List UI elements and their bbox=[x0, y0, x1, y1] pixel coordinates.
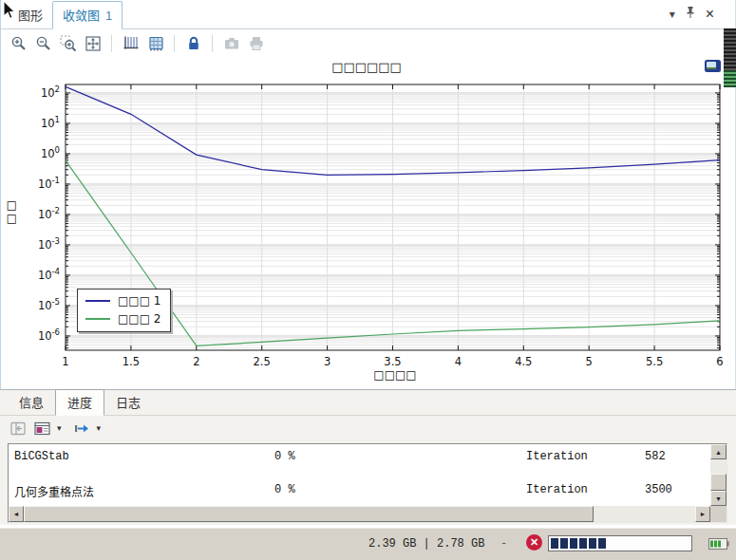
svg-text:102: 102 bbox=[41, 84, 60, 100]
plot-toolbar bbox=[1, 29, 735, 58]
tab-graphics-label: 图形 bbox=[18, 9, 43, 23]
panel-controls: ▾ × bbox=[670, 6, 714, 22]
lock-icon[interactable] bbox=[184, 35, 202, 53]
tab-progress[interactable]: 进度 bbox=[55, 389, 104, 416]
chevron-down-icon[interactable]: ▾ bbox=[57, 423, 62, 433]
legend-line-sample-1 bbox=[85, 300, 110, 302]
scroll-down-button[interactable]: ▼ bbox=[710, 491, 727, 506]
svg-text:10-5: 10-5 bbox=[38, 297, 60, 312]
cancel-icon[interactable]: ✕ bbox=[526, 534, 542, 551]
scroll-up-button[interactable]: ▲ bbox=[710, 444, 727, 459]
memory-gauge-icon bbox=[708, 538, 729, 553]
snapshot-icon[interactable] bbox=[222, 35, 240, 53]
progress-table: BiCGStab 0 % Iteration 582 几何多重格点法 0 % I… bbox=[8, 443, 727, 523]
progress-panel: 信息 进度 日志 ▾ ▾ BiCGStab 0 % Iteration bbox=[0, 389, 736, 525]
legend-label-2: □□□ 2 bbox=[118, 312, 160, 326]
progress-rows: BiCGStab 0 % Iteration 582 几何多重格点法 0 % I… bbox=[9, 444, 710, 506]
plot-region: □□□□□□ 11.522.533.544.555.5610210110010-… bbox=[1, 58, 736, 390]
app-window: 图形 收敛图1 ▾ × bbox=[0, 0, 736, 560]
y-axis-label: □□ bbox=[5, 200, 18, 227]
svg-text:2: 2 bbox=[193, 355, 199, 368]
scrollbar-corner bbox=[710, 506, 727, 522]
svg-text:5: 5 bbox=[586, 355, 593, 368]
tab-log[interactable]: 日志 bbox=[104, 390, 152, 415]
mouse-cursor bbox=[2, 0, 17, 21]
svg-text:4.5: 4.5 bbox=[515, 355, 532, 368]
table-row[interactable]: 几何多重格点法 0 % Iteration 3500 bbox=[9, 477, 710, 506]
tab-convergence-plot[interactable]: 收敛图1 bbox=[52, 1, 123, 29]
graphics-panel: 图形 收敛图1 ▾ × bbox=[0, 0, 736, 389]
svg-text:100: 100 bbox=[41, 145, 60, 160]
svg-text:10-1: 10-1 bbox=[38, 176, 60, 191]
grid-icon[interactable] bbox=[146, 35, 164, 53]
legend-label-1: □□□ 1 bbox=[118, 294, 160, 308]
tab-convergence-label: 收敛图 bbox=[63, 9, 100, 23]
legend-item-2: □□□ 2 bbox=[85, 312, 160, 326]
graphics-tabbar: 图形 收敛图1 ▾ × bbox=[1, 0, 735, 29]
solver-name: 几何多重格点法 bbox=[9, 483, 274, 500]
vertical-scrollbar[interactable]: ▲ ▼ bbox=[710, 444, 727, 506]
zoom-out-icon[interactable] bbox=[34, 35, 52, 53]
tab-information[interactable]: 信息 bbox=[8, 390, 55, 415]
solver-percent: 0 % bbox=[274, 483, 526, 496]
progress-window-icon[interactable] bbox=[33, 420, 51, 438]
zoom-in-icon[interactable] bbox=[9, 35, 28, 53]
table-row[interactable]: BiCGStab 0 % Iteration 582 bbox=[9, 444, 710, 477]
progress-toolbar: ▾ ▾ bbox=[0, 416, 736, 440]
chevron-down-icon[interactable]: ▾ bbox=[97, 423, 102, 433]
chart-legend[interactable]: □□□ 1 □□□ 2 bbox=[77, 289, 171, 332]
solver-counter-value: 582 bbox=[645, 450, 710, 463]
scrollbar-thumb[interactable] bbox=[24, 506, 594, 522]
toolbar-separator bbox=[174, 35, 175, 52]
scroll-right-button[interactable]: ► bbox=[695, 506, 710, 522]
status-bar: 2.39 GB | 2.78 GB - ✕ bbox=[0, 528, 736, 560]
solver-counter-label: Iteration bbox=[526, 450, 645, 463]
x-axis-label: □□□□ bbox=[34, 368, 736, 382]
svg-text:4: 4 bbox=[455, 355, 462, 368]
pin-icon[interactable] bbox=[685, 6, 696, 22]
solver-name: BiCGStab bbox=[9, 450, 274, 463]
scrollbar-thumb[interactable] bbox=[710, 474, 727, 491]
svg-text:6: 6 bbox=[716, 355, 723, 368]
memory-usage: 2.39 GB | 2.78 GB bbox=[368, 537, 484, 551]
dock-panel-icon[interactable] bbox=[9, 420, 28, 438]
solver-percent: 0 % bbox=[274, 450, 526, 463]
close-icon[interactable]: × bbox=[706, 8, 714, 21]
zoom-extents-icon[interactable] bbox=[84, 35, 102, 53]
svg-text:101: 101 bbox=[41, 115, 60, 130]
svg-text:1: 1 bbox=[62, 355, 68, 368]
svg-text:1.5: 1.5 bbox=[123, 355, 140, 368]
solver-counter-value: 3500 bbox=[645, 483, 710, 496]
move-next-icon[interactable] bbox=[73, 420, 91, 438]
edge-scrollbar-thumb-green[interactable] bbox=[724, 70, 736, 87]
svg-text:5.5: 5.5 bbox=[646, 355, 663, 368]
horizontal-scrollbar[interactable]: ◄ ► bbox=[9, 506, 710, 522]
zoom-selection-icon[interactable] bbox=[59, 35, 77, 53]
legend-item-1: □□□ 1 bbox=[85, 294, 160, 308]
progress-bar bbox=[548, 535, 692, 551]
svg-text:10-4: 10-4 bbox=[38, 267, 60, 282]
svg-text:10-3: 10-3 bbox=[38, 236, 60, 252]
chevron-down-icon[interactable]: ▾ bbox=[670, 8, 675, 21]
toolbar-separator bbox=[212, 35, 213, 52]
axes-icon[interactable] bbox=[122, 35, 140, 53]
svg-text:2.5: 2.5 bbox=[254, 355, 271, 368]
progress-tabbar: 信息 进度 日志 bbox=[0, 390, 736, 416]
scroll-left-button[interactable]: ◄ bbox=[9, 506, 24, 522]
edge-scrollbar-thumb[interactable] bbox=[724, 28, 736, 70]
svg-text:3.5: 3.5 bbox=[384, 355, 401, 368]
legend-line-sample-2 bbox=[85, 318, 110, 320]
solver-counter-label: Iteration bbox=[526, 483, 645, 496]
convergence-chart[interactable]: 11.522.533.544.555.5610210110010-110-210… bbox=[1, 58, 736, 390]
svg-text:10-2: 10-2 bbox=[38, 206, 60, 221]
svg-text:3: 3 bbox=[324, 355, 330, 368]
svg-text:10-6: 10-6 bbox=[38, 327, 60, 343]
print-icon[interactable] bbox=[247, 35, 265, 53]
toolbar-separator bbox=[111, 35, 112, 52]
status-dash: - bbox=[500, 537, 507, 551]
tab-convergence-number: 1 bbox=[105, 9, 112, 23]
